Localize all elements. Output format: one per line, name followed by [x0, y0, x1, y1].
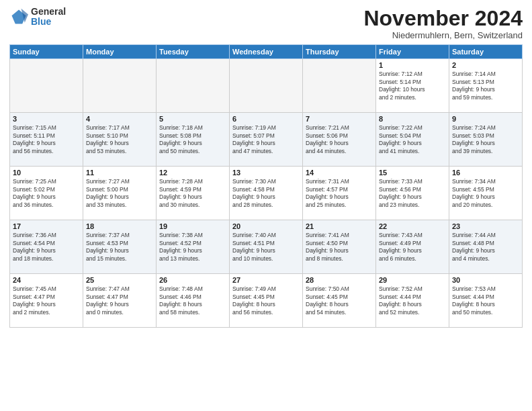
calendar-cell: 26Sunrise: 7:48 AM Sunset: 4:46 PM Dayli…	[157, 274, 230, 328]
day-info: Sunrise: 7:34 AM Sunset: 4:55 PM Dayligh…	[452, 178, 519, 209]
day-number: 2	[452, 61, 519, 69]
day-info: Sunrise: 7:27 AM Sunset: 5:00 PM Dayligh…	[86, 178, 153, 209]
calendar-week-4: 17Sunrise: 7:36 AM Sunset: 4:54 PM Dayli…	[10, 220, 523, 274]
day-info: Sunrise: 7:19 AM Sunset: 5:07 PM Dayligh…	[232, 124, 300, 155]
calendar-cell: 25Sunrise: 7:47 AM Sunset: 4:47 PM Dayli…	[83, 274, 157, 328]
day-number: 28	[306, 276, 373, 284]
day-info: Sunrise: 7:30 AM Sunset: 4:58 PM Dayligh…	[232, 178, 300, 209]
calendar-cell: 10Sunrise: 7:25 AM Sunset: 5:02 PM Dayli…	[10, 167, 83, 220]
calendar-cell: 14Sunrise: 7:31 AM Sunset: 4:57 PM Dayli…	[303, 167, 376, 220]
day-number: 23	[452, 222, 519, 230]
weekday-header-monday: Monday	[83, 45, 157, 59]
calendar-cell: 12Sunrise: 7:28 AM Sunset: 4:59 PM Dayli…	[157, 167, 230, 220]
day-number: 30	[452, 276, 519, 284]
day-info: Sunrise: 7:31 AM Sunset: 4:57 PM Dayligh…	[306, 178, 373, 209]
location-subtitle: Niedermuhlern, Bern, Switzerland	[363, 30, 523, 40]
calendar-cell	[157, 59, 230, 113]
day-info: Sunrise: 7:41 AM Sunset: 4:50 PM Dayligh…	[306, 232, 373, 263]
calendar-cell: 6Sunrise: 7:19 AM Sunset: 5:07 PM Daylig…	[230, 113, 303, 167]
calendar-cell: 30Sunrise: 7:53 AM Sunset: 4:44 PM Dayli…	[449, 274, 523, 328]
day-info: Sunrise: 7:28 AM Sunset: 4:59 PM Dayligh…	[159, 178, 226, 209]
day-info: Sunrise: 7:36 AM Sunset: 4:54 PM Dayligh…	[13, 232, 80, 263]
calendar-cell: 13Sunrise: 7:30 AM Sunset: 4:58 PM Dayli…	[230, 167, 303, 220]
day-info: Sunrise: 7:53 AM Sunset: 4:44 PM Dayligh…	[452, 285, 519, 316]
calendar-cell: 22Sunrise: 7:43 AM Sunset: 4:49 PM Dayli…	[376, 220, 449, 274]
day-info: Sunrise: 7:14 AM Sunset: 5:13 PM Dayligh…	[452, 71, 519, 101]
day-info: Sunrise: 7:44 AM Sunset: 4:48 PM Dayligh…	[452, 232, 519, 263]
weekday-header-tuesday: Tuesday	[157, 45, 230, 59]
calendar-cell: 21Sunrise: 7:41 AM Sunset: 4:50 PM Dayli…	[303, 220, 376, 274]
calendar-cell: 15Sunrise: 7:33 AM Sunset: 4:56 PM Dayli…	[376, 167, 449, 220]
calendar-cell: 2Sunrise: 7:14 AM Sunset: 5:13 PM Daylig…	[449, 59, 523, 113]
title-block: November 2024 Niedermuhlern, Bern, Switz…	[363, 7, 523, 40]
weekday-header-friday: Friday	[376, 45, 449, 59]
day-info: Sunrise: 7:49 AM Sunset: 4:45 PM Dayligh…	[232, 285, 300, 316]
calendar-cell: 8Sunrise: 7:22 AM Sunset: 5:04 PM Daylig…	[376, 113, 449, 167]
day-number: 3	[13, 115, 80, 123]
calendar-cell: 18Sunrise: 7:37 AM Sunset: 4:53 PM Dayli…	[83, 220, 157, 274]
day-number: 24	[13, 276, 80, 284]
day-number: 8	[379, 115, 446, 123]
weekday-header-row: SundayMondayTuesdayWednesdayThursdayFrid…	[10, 45, 523, 59]
calendar-cell	[230, 59, 303, 113]
calendar-table: SundayMondayTuesdayWednesdayThursdayFrid…	[9, 44, 523, 328]
day-number: 22	[379, 222, 446, 230]
calendar-week-2: 3Sunrise: 7:15 AM Sunset: 5:11 PM Daylig…	[10, 113, 523, 167]
weekday-header-wednesday: Wednesday	[230, 45, 303, 59]
calendar-cell: 20Sunrise: 7:40 AM Sunset: 4:51 PM Dayli…	[230, 220, 303, 274]
calendar-cell: 9Sunrise: 7:24 AM Sunset: 5:03 PM Daylig…	[449, 113, 523, 167]
day-info: Sunrise: 7:43 AM Sunset: 4:49 PM Dayligh…	[379, 232, 446, 263]
day-number: 16	[452, 169, 519, 177]
day-number: 13	[232, 169, 300, 177]
calendar-cell: 3Sunrise: 7:15 AM Sunset: 5:11 PM Daylig…	[10, 113, 83, 167]
page: General Blue November 2024 Niedermuhlern…	[0, 0, 532, 411]
day-number: 4	[86, 115, 153, 123]
day-number: 27	[232, 276, 300, 284]
calendar-cell: 7Sunrise: 7:21 AM Sunset: 5:06 PM Daylig…	[303, 113, 376, 167]
day-number: 12	[159, 169, 226, 177]
day-info: Sunrise: 7:15 AM Sunset: 5:11 PM Dayligh…	[13, 124, 80, 155]
day-info: Sunrise: 7:38 AM Sunset: 4:52 PM Dayligh…	[159, 232, 226, 263]
day-number: 10	[13, 169, 80, 177]
day-number: 17	[13, 222, 80, 230]
calendar-cell: 29Sunrise: 7:52 AM Sunset: 4:44 PM Dayli…	[376, 274, 449, 328]
month-title: November 2024	[363, 7, 523, 30]
calendar-cell: 24Sunrise: 7:45 AM Sunset: 4:47 PM Dayli…	[10, 274, 83, 328]
day-number: 5	[159, 115, 226, 123]
weekday-header-saturday: Saturday	[449, 45, 523, 59]
calendar-cell: 4Sunrise: 7:17 AM Sunset: 5:10 PM Daylig…	[83, 113, 157, 167]
day-number: 15	[379, 169, 446, 177]
day-number: 21	[306, 222, 373, 230]
logo-text: General Blue	[31, 7, 66, 28]
calendar-cell: 23Sunrise: 7:44 AM Sunset: 4:48 PM Dayli…	[449, 220, 523, 274]
day-number: 20	[232, 222, 300, 230]
day-info: Sunrise: 7:21 AM Sunset: 5:06 PM Dayligh…	[306, 124, 373, 155]
logo-general: General	[31, 7, 66, 17]
day-info: Sunrise: 7:40 AM Sunset: 4:51 PM Dayligh…	[232, 232, 300, 263]
day-info: Sunrise: 7:22 AM Sunset: 5:04 PM Dayligh…	[379, 124, 446, 155]
day-info: Sunrise: 7:25 AM Sunset: 5:02 PM Dayligh…	[13, 178, 80, 209]
day-info: Sunrise: 7:52 AM Sunset: 4:44 PM Dayligh…	[379, 285, 446, 316]
day-number: 6	[232, 115, 300, 123]
day-number: 14	[306, 169, 373, 177]
calendar-cell: 16Sunrise: 7:34 AM Sunset: 4:55 PM Dayli…	[449, 167, 523, 220]
calendar-cell: 19Sunrise: 7:38 AM Sunset: 4:52 PM Dayli…	[157, 220, 230, 274]
weekday-header-thursday: Thursday	[303, 45, 376, 59]
day-number: 18	[86, 222, 153, 230]
header: General Blue November 2024 Niedermuhlern…	[9, 7, 523, 40]
calendar-cell: 17Sunrise: 7:36 AM Sunset: 4:54 PM Dayli…	[10, 220, 83, 274]
logo: General Blue	[9, 7, 66, 28]
day-info: Sunrise: 7:47 AM Sunset: 4:47 PM Dayligh…	[86, 285, 153, 316]
day-info: Sunrise: 7:37 AM Sunset: 4:53 PM Dayligh…	[86, 232, 153, 263]
calendar-cell	[303, 59, 376, 113]
day-number: 9	[452, 115, 519, 123]
day-number: 11	[86, 169, 153, 177]
day-info: Sunrise: 7:24 AM Sunset: 5:03 PM Dayligh…	[452, 124, 519, 155]
day-info: Sunrise: 7:17 AM Sunset: 5:10 PM Dayligh…	[86, 124, 153, 155]
day-number: 1	[379, 61, 446, 69]
day-number: 29	[379, 276, 446, 284]
day-info: Sunrise: 7:18 AM Sunset: 5:08 PM Dayligh…	[159, 124, 226, 155]
calendar-cell: 27Sunrise: 7:49 AM Sunset: 4:45 PM Dayli…	[230, 274, 303, 328]
day-info: Sunrise: 7:45 AM Sunset: 4:47 PM Dayligh…	[13, 285, 80, 316]
day-info: Sunrise: 7:50 AM Sunset: 4:45 PM Dayligh…	[306, 285, 373, 316]
